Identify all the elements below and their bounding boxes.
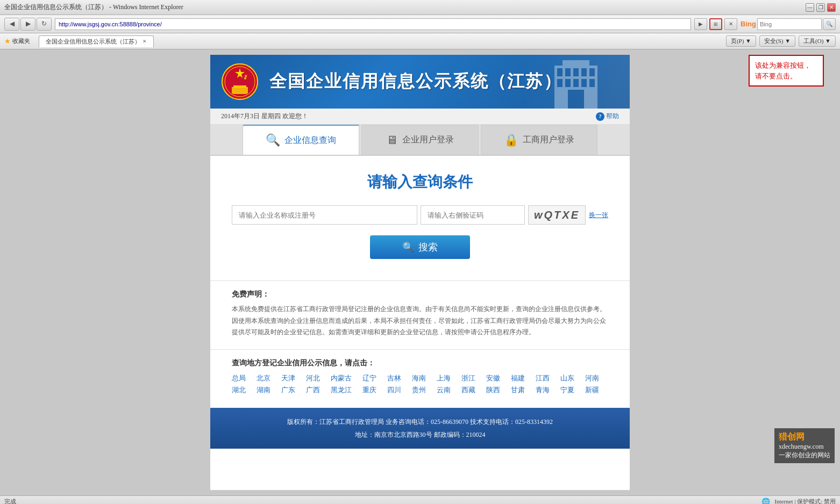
go-button[interactable]: ▶: [694, 18, 707, 30]
page-button[interactable]: 页(P) ▼: [726, 35, 756, 47]
region-link[interactable]: 辽宁: [362, 373, 376, 383]
help-circle-icon: ?: [596, 112, 604, 121]
region-link[interactable]: 西藏: [461, 385, 475, 395]
close-button[interactable]: ✕: [827, 3, 836, 12]
tools-button[interactable]: 工具(O) ▼: [799, 35, 836, 47]
svg-rect-14: [589, 68, 595, 76]
region-link[interactable]: 天津: [281, 373, 295, 383]
region-link[interactable]: 山东: [560, 373, 574, 383]
region-link[interactable]: 海南: [412, 373, 426, 383]
status-left: 完成: [4, 498, 16, 504]
region-link[interactable]: 广东: [281, 385, 295, 395]
site-title: 全国企业信用信息公示系统（江苏）: [269, 70, 562, 93]
region-link[interactable]: 北京: [257, 373, 270, 383]
region-link[interactable]: 吉林: [387, 373, 401, 383]
stop-button[interactable]: ✕: [724, 18, 737, 30]
watermark-line3: 一家你创业的网站: [779, 451, 830, 460]
region-link[interactable]: 河南: [585, 373, 599, 383]
search-button-wrap: 🔍 搜索: [232, 235, 608, 259]
status-bar: 完成 🌐 Internet | 保护模式: 禁用: [0, 495, 840, 504]
region-link[interactable]: 总局: [232, 373, 246, 383]
window-title: 全国企业信用信息公示系统（江苏） - Windows Internet Expl…: [4, 3, 183, 12]
region-link[interactable]: 江西: [536, 373, 550, 383]
regional-row-1: 总局北京天津河北内蒙古辽宁吉林海南上海浙江安徽福建江西山东河南: [232, 373, 608, 383]
browser-tab-label: 全国企业信用信息公示系统（江苏）: [46, 38, 140, 46]
region-link[interactable]: 四川: [387, 385, 401, 395]
address-input[interactable]: [55, 18, 691, 30]
back-button[interactable]: ◀: [4, 18, 19, 31]
search-title: 请输入查询条件: [232, 172, 608, 192]
watermark-line2: xdechuengw.com: [779, 443, 830, 451]
regional-title: 查询地方登记企业信用公示信息，请点击：: [232, 358, 608, 368]
search-button-label: 搜索: [418, 241, 438, 254]
forward-button[interactable]: ▶: [20, 18, 35, 31]
captcha-input[interactable]: [421, 205, 525, 225]
captcha-image: wQTXE: [528, 205, 586, 225]
address-bar: ◀ ▶ ↻ ▶ ⊞ ✕ Bing 🔍: [0, 15, 840, 33]
site-header: 全国企业信用信息公示系统（江苏）: [210, 55, 630, 109]
svg-rect-6: [233, 85, 246, 88]
tab-enterprise[interactable]: 🖥 企业用户登录: [361, 125, 478, 155]
region-link[interactable]: 河北: [306, 373, 320, 383]
tab-commerce[interactable]: 🔒 工商用户登录: [481, 125, 597, 155]
region-link[interactable]: 青海: [536, 385, 550, 395]
svg-rect-10: [557, 68, 563, 76]
svg-rect-9: [563, 60, 589, 68]
tab-commerce-label: 工商用户登录: [523, 134, 574, 146]
svg-rect-18: [581, 79, 587, 87]
region-link[interactable]: 陕西: [486, 385, 500, 395]
region-link[interactable]: 宁夏: [560, 385, 574, 395]
refresh-captcha-link[interactable]: 换一张: [589, 211, 608, 220]
search-row: wQTXE 换一张: [232, 205, 608, 225]
company-search-input[interactable]: [232, 205, 417, 225]
region-link[interactable]: 新疆: [585, 385, 599, 395]
bing-search-input[interactable]: [757, 18, 822, 30]
region-link[interactable]: 重庆: [362, 385, 376, 395]
header-building-decoration: [522, 55, 630, 109]
tab-query[interactable]: 🔍 企业信息查询: [243, 125, 359, 155]
window-controls[interactable]: — ❐ ✕: [806, 3, 836, 12]
disclaimer-title: 免费声明：: [232, 290, 608, 299]
svg-rect-19: [589, 79, 595, 87]
footer-line1: 版权所有：江苏省工商行政管理局 业务咨询电话：025-86639070 技术支持…: [221, 415, 619, 428]
disclaimer-text: 本系统免费提供在江苏省工商行政管理局登记注册的企业信息查询。由于有关信息尚不能实…: [232, 304, 608, 339]
region-link[interactable]: 浙江: [461, 373, 475, 383]
bing-logo: Bing: [741, 20, 756, 28]
footer-line2: 地址：南京市北京西路30号 邮政编码：210024: [221, 428, 619, 441]
watermark-line1: 猎创网: [779, 431, 830, 443]
status-right: 🌐 Internet | 保护模式: 禁用: [761, 498, 836, 505]
bing-search-button[interactable]: 🔍: [823, 18, 836, 30]
region-link[interactable]: 云南: [437, 385, 451, 395]
region-link[interactable]: 福建: [511, 373, 525, 383]
minimize-button[interactable]: —: [806, 3, 814, 12]
search-icon: 🔍: [402, 241, 414, 253]
government-emblem: [221, 63, 259, 100]
region-link[interactable]: 黑龙江: [331, 385, 352, 395]
search-section: 请输入查询条件 wQTXE 换一张 🔍 搜索: [210, 156, 630, 275]
region-link[interactable]: 安徽: [486, 373, 500, 383]
refresh-button[interactable]: ↻: [37, 18, 52, 31]
favorites-label: 收藏夹: [12, 37, 30, 45]
main-container: 全国企业信用信息公示系统（江苏）: [210, 55, 630, 490]
favorites-button[interactable]: ★ 收藏夹: [4, 37, 30, 46]
region-link[interactable]: 湖南: [257, 385, 270, 395]
help-button[interactable]: ? 帮助: [596, 112, 619, 121]
svg-rect-7: [233, 93, 247, 94]
browser-tab-active[interactable]: 全国企业信用信息公示系统（江苏） ✕: [39, 35, 154, 47]
region-link[interactable]: 湖北: [232, 385, 246, 395]
svg-rect-13: [581, 68, 587, 76]
restore-button[interactable]: ❐: [816, 3, 825, 12]
safety-button[interactable]: 安全(S) ▼: [759, 35, 795, 47]
region-link[interactable]: 甘肃: [511, 385, 525, 395]
search-button[interactable]: 🔍 搜索: [370, 235, 470, 259]
tab-close-icon[interactable]: ✕: [143, 39, 147, 44]
globe-icon: 🌐: [761, 498, 770, 505]
regional-section: 查询地方登记企业信用公示信息，请点击： 总局北京天津河北内蒙古辽宁吉林海南上海浙…: [210, 349, 630, 408]
region-link[interactable]: 贵州: [412, 385, 426, 395]
region-link[interactable]: 内蒙古: [331, 373, 352, 383]
region-link[interactable]: 广西: [306, 385, 320, 395]
status-text: 完成: [4, 498, 16, 504]
nav-buttons: ◀ ▶ ↻: [4, 18, 52, 31]
compat-button[interactable]: ⊞: [709, 18, 722, 30]
region-link[interactable]: 上海: [437, 373, 451, 383]
